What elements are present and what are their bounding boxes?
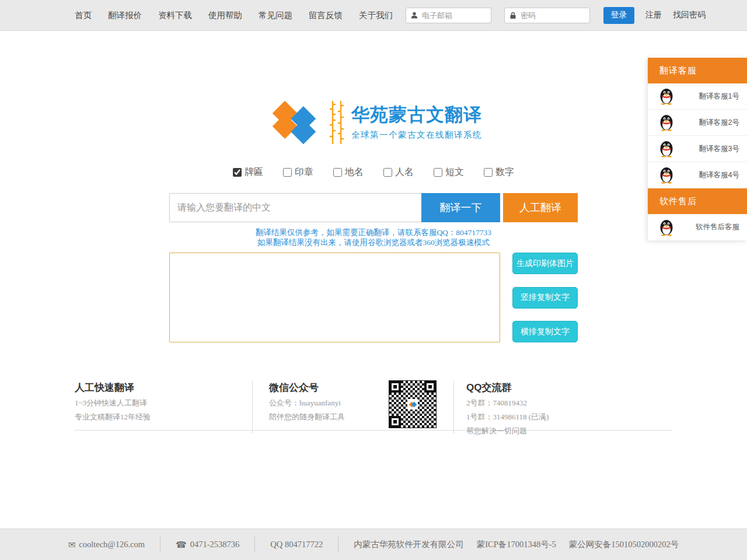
option-plaque[interactable]: 牌匾	[233, 166, 263, 178]
footer-col3-line1: 2号群：740819432	[466, 398, 549, 408]
sidebar-item-service-1[interactable]: 翻译客服1号	[648, 83, 747, 110]
option-shorttext[interactable]: 短文	[434, 166, 464, 178]
option-label: 数字	[495, 166, 514, 178]
footer-col3-line2: 1号群：314986118 (已满)	[466, 412, 549, 422]
option-seal[interactable]: 印章	[283, 166, 313, 178]
footer-col2-title: 微信公众号	[269, 381, 389, 394]
sidebar-header-aftersale: 软件售后	[648, 188, 747, 214]
forgot-password-link[interactable]: 找回密码	[673, 10, 706, 20]
manual-translate-button[interactable]: 人工翻译	[503, 193, 578, 222]
site-subtitle: 全球第一个蒙古文在线翻译系统	[351, 130, 482, 141]
auth-area: 登录 注册 找回密码	[393, 7, 706, 24]
result-area	[169, 253, 500, 342]
email-icon: ✉	[68, 540, 76, 550]
sidebar-item-label: 软件售后客服	[696, 222, 739, 232]
sidebar-item-service-4[interactable]: 翻译客服4号	[648, 162, 747, 188]
password-field-wrap	[504, 8, 590, 23]
nav-home[interactable]: 首页	[75, 10, 92, 21]
contact-phone-text: 0471-2538736	[190, 540, 240, 550]
footer-col1-title: 人工快速翻译	[75, 381, 236, 394]
generate-print-image-button[interactable]: 生成印刷体图片	[512, 253, 578, 274]
qq-penguin-icon	[659, 114, 673, 131]
sidebar-item-label: 翻译客服4号	[699, 170, 739, 180]
qq-penguin-icon	[659, 140, 673, 158]
option-placename-checkbox[interactable]	[333, 168, 342, 177]
footer-col2-line2: 陪伴您的随身翻译工具	[269, 412, 389, 422]
nav-pricing[interactable]: 翻译报价	[108, 10, 142, 21]
footer-divider	[252, 381, 253, 433]
option-number[interactable]: 数字	[484, 166, 514, 178]
icp-license: 蒙ICP备17001348号-5	[477, 539, 556, 550]
notice-line-1: 翻译结果仅供参考，如果需要正确翻译，请联系客服QQ：804717733	[169, 228, 578, 237]
sidebar-item-label: 翻译客服1号	[699, 92, 739, 102]
password-input[interactable]	[521, 11, 585, 20]
footer-col1-line2: 专业文稿翻译12年经验	[75, 412, 236, 422]
footer-col3-title: QQ交流群	[466, 381, 549, 394]
sidebar-item-label: 翻译客服3号	[699, 144, 739, 154]
copy-vertical-text-button[interactable]: 竖排复制文字	[512, 287, 578, 309]
sidebar-header-translate-service: 翻译客服	[648, 58, 747, 83]
option-number-checkbox[interactable]	[484, 168, 493, 177]
qq-penguin-icon	[659, 88, 673, 105]
footer-col-wechat: 微信公众号 公众号：huayuanfanyi 陪伴您的随身翻译工具	[269, 381, 389, 422]
contact-phone: ☎ 0471-2538736	[176, 540, 239, 550]
police-license: 蒙公网安备15010502000202号	[569, 539, 679, 550]
translate-button[interactable]: 翻译一下	[421, 193, 500, 222]
translate-input[interactable]	[169, 193, 421, 222]
contact-email-text: cooltech@126.com	[79, 540, 145, 550]
option-placename[interactable]: 地名	[333, 166, 364, 178]
contact-qq-text: QQ 804717722	[270, 540, 323, 550]
footer-col1-line1: 1~3分钟快速人工翻译	[75, 398, 236, 408]
option-personname-checkbox[interactable]	[383, 168, 392, 177]
bottombar-divider	[160, 537, 160, 552]
lock-icon	[509, 12, 516, 19]
result-row: 生成印刷体图片 竖排复制文字 横排复制文字	[169, 253, 578, 342]
logo-text: 华苑蒙古文翻译 全球第一个蒙古文在线翻译系统	[351, 104, 482, 141]
qr-finder-icon	[424, 381, 436, 393]
nav-faq[interactable]: 常见问题	[259, 10, 292, 21]
option-plaque-checkbox[interactable]	[233, 168, 242, 177]
qq-penguin-icon	[659, 219, 673, 236]
option-label: 人名	[395, 166, 414, 178]
email-input[interactable]	[422, 11, 486, 20]
footer-col2-line1: 公众号：huayuanfanyi	[269, 398, 389, 408]
contact-email: ✉ cooltech@126.com	[68, 540, 145, 550]
person-icon	[411, 12, 418, 19]
notice-text: 翻译结果仅供参考，如果需要正确翻译，请联系客服QQ：804717733 如果翻译…	[169, 228, 578, 247]
option-label: 牌匾	[245, 166, 263, 178]
qq-penguin-icon	[659, 166, 673, 184]
option-personname[interactable]: 人名	[383, 166, 414, 178]
wechat-qr-code	[389, 381, 436, 428]
login-button[interactable]: 登录	[603, 7, 634, 24]
nav-about[interactable]: 关于我们	[359, 10, 393, 21]
footer-divider	[453, 381, 454, 433]
sidebar-item-service-3[interactable]: 翻译客服3号	[648, 136, 747, 162]
logo-mark-icon	[265, 99, 323, 146]
nav-feedback[interactable]: 留言反馈	[309, 10, 343, 21]
sidebar-item-aftersale[interactable]: 软件售后客服	[648, 214, 747, 240]
sidebar-item-service-2[interactable]: 翻译客服2号	[648, 110, 747, 136]
legal-info: 内蒙古华苑软件开发有限公司 蒙ICP备17001348号-5 蒙公网安备1501…	[354, 539, 679, 550]
company-name: 内蒙古华苑软件开发有限公司	[354, 539, 464, 550]
mongolian-script-icon	[327, 99, 347, 146]
footer-info: 人工快速翻译 1~3分钟快速人工翻译 专业文稿翻译12年经验 微信公众号 公众号…	[75, 381, 672, 430]
logo: 华苑蒙古文翻译 全球第一个蒙古文在线翻译系统	[75, 99, 672, 146]
copy-horizontal-text-button[interactable]: 横排复制文字	[512, 321, 578, 342]
bottombar: ✉ cooltech@126.com ☎ 0471-2538736 QQ 804…	[0, 528, 747, 560]
option-label: 地名	[345, 166, 364, 178]
translate-zone: 翻译一下 人工翻译 翻译结果仅供参考，如果需要正确翻译，请联系客服QQ：8047…	[169, 193, 578, 342]
nav-help[interactable]: 使用帮助	[208, 10, 242, 21]
category-options: 牌匾 印章 地名 人名 短文 数字	[75, 166, 672, 178]
email-field-wrap	[406, 8, 491, 23]
footer-col-qq-groups: QQ交流群 2号群：740819432 1号群：314986118 (已满) 帮…	[466, 381, 549, 436]
main-nav: 首页 翻译报价 资料下载 使用帮助 常见问题 留言反馈 关于我们	[75, 10, 393, 21]
footer-rule	[75, 430, 672, 430]
nav-downloads[interactable]: 资料下载	[158, 10, 192, 21]
register-link[interactable]: 注册	[645, 10, 662, 20]
option-label: 印章	[295, 166, 313, 178]
qr-finder-icon	[389, 381, 401, 393]
option-seal-checkbox[interactable]	[283, 168, 292, 177]
option-shorttext-checkbox[interactable]	[434, 168, 442, 177]
site-title: 华苑蒙古文翻译	[351, 104, 482, 125]
bottombar-divider	[254, 537, 255, 552]
